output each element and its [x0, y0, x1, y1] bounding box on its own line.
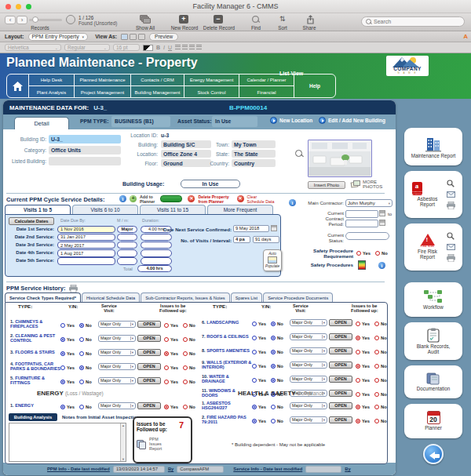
radio-no[interactable]: No [271, 322, 283, 326]
tab-more-frequent[interactable]: More Frequent [207, 205, 273, 214]
nav-calendar-planner[interactable]: Calendar / Planner [239, 74, 294, 86]
tab-visits-6-10[interactable]: Visits 6 to 10 [72, 205, 138, 214]
print-icon[interactable] [447, 254, 455, 262]
home-button[interactable] [7, 74, 29, 97]
show-all-button[interactable] [140, 15, 150, 24]
yes-radio-icon[interactable] [252, 405, 257, 409]
preview-button[interactable]: Preview [149, 33, 178, 41]
open-button[interactable]: OPEN [137, 349, 161, 356]
record-slider-thumb[interactable] [32, 16, 38, 23]
sort-button[interactable]: ⇅ [279, 15, 286, 23]
service-visit-select[interactable]: Major Only▾ [290, 319, 327, 326]
floor-field[interactable]: Ground [161, 159, 211, 167]
ppm-issues-report-button[interactable]: PPM Issues Report [137, 438, 188, 452]
bold-button[interactable]: B [156, 45, 160, 50]
radio-no[interactable]: No [374, 419, 387, 423]
radio-yes[interactable]: Yes [60, 337, 75, 342]
date-due-field[interactable]: 1 Aug 2017 [57, 249, 115, 257]
radio-yes[interactable]: Yes [164, 380, 178, 384]
open-button[interactable]: OPEN [137, 335, 161, 342]
yes-radio-icon[interactable] [60, 365, 65, 370]
issue-yes-radio-icon[interactable] [164, 405, 169, 409]
radio-no[interactable]: No [271, 405, 283, 409]
delete-from-planner-icon[interactable]: ✕ [188, 195, 195, 202]
town-field[interactable]: My Town [232, 140, 276, 148]
category-field[interactable]: Office Units [49, 146, 121, 154]
radio-no[interactable]: No [79, 351, 92, 356]
nav-building-management[interactable]: Building Management [131, 86, 184, 98]
window-controls[interactable] [5, 4, 31, 9]
service-visit-select[interactable]: Major Only▾ [290, 376, 327, 383]
radio-yes[interactable]: Yes [252, 405, 266, 409]
email-icon[interactable] [447, 244, 455, 250]
align-left-icon[interactable] [175, 45, 181, 50]
duration-field[interactable] [141, 257, 172, 265]
calendar-icon[interactable] [379, 220, 385, 226]
service-visit-select[interactable]: Major Only▾ [290, 333, 327, 340]
issue-no-radio-icon[interactable] [374, 350, 379, 354]
service-visit-select[interactable]: Major Only▾ [98, 377, 136, 384]
radio-yes[interactable]: Yes [356, 419, 370, 423]
tab-service-procedure-docs[interactable]: Service Procedure Documents [263, 293, 333, 302]
italic-button[interactable]: I [163, 45, 165, 50]
no-radio-icon[interactable] [79, 365, 84, 370]
no-radio-icon[interactable] [79, 380, 84, 384]
service-visit-select[interactable]: Major Only▾ [98, 321, 136, 328]
tab-service-check-types[interactable]: Service Check Types Required* [5, 293, 81, 302]
issue-no-radio-icon[interactable] [183, 337, 188, 342]
service-visit-select[interactable]: Major Only▾ [290, 347, 327, 354]
main-contractor-select[interactable]: John Murphy▾ [345, 199, 392, 207]
view-list-icon[interactable] [130, 34, 137, 40]
layout-select[interactable]: PPM Entry Property▾ [28, 33, 89, 41]
workflow-button[interactable]: Workflow [404, 282, 462, 317]
find-button[interactable] [253, 15, 258, 22]
nav-contacts-crm[interactable]: Contacts / CRM [131, 74, 184, 86]
radio-no[interactable]: No [374, 378, 387, 383]
share-button[interactable] [306, 15, 315, 24]
close-window-icon[interactable] [5, 4, 11, 9]
radio-no[interactable]: No [183, 380, 195, 384]
country-field[interactable]: Country [232, 159, 276, 167]
yes-radio-icon[interactable] [252, 336, 257, 340]
notes-scrollbar[interactable]: ▲▼ [120, 423, 126, 461]
radio-yes[interactable]: Yes [356, 322, 370, 326]
radio-no[interactable]: No [374, 322, 387, 326]
issue-yes-radio-icon[interactable] [356, 419, 360, 423]
tab-detail[interactable]: Detail [14, 117, 69, 129]
next-service-date-field[interactable]: 9 May 2018 [233, 225, 269, 233]
open-button[interactable]: OPEN [329, 402, 352, 409]
new-record-button[interactable]: + [179, 15, 188, 24]
add-to-planner-label[interactable]: Add to Planner [140, 195, 155, 204]
fire-risk-report-button[interactable]: FIRE RISK Fire Risk Report [404, 223, 462, 271]
tab-subcontractor-reports[interactable]: Sub-Contractor Reports, Issues & Notes [141, 293, 229, 302]
open-button[interactable]: OPEN [329, 376, 352, 383]
issue-yes-radio-icon[interactable] [164, 351, 169, 356]
no-radio-icon[interactable] [271, 378, 276, 383]
radio-no[interactable]: No [374, 364, 387, 369]
minimize-window-icon[interactable] [16, 4, 21, 9]
radio-yes[interactable]: Yes [164, 405, 178, 409]
listed-building-field[interactable] [49, 157, 121, 165]
delete-record-button[interactable]: − [214, 15, 223, 24]
radio-yes[interactable]: Yes [356, 378, 370, 383]
radio-no[interactable]: No [183, 405, 195, 409]
service-visit-select[interactable]: Major Only▾ [290, 416, 327, 423]
radio-yes[interactable]: Yes [60, 405, 75, 409]
print-icon[interactable] [447, 202, 455, 209]
yes-radio-icon[interactable] [252, 364, 257, 369]
next-record-button[interactable]: › [16, 16, 27, 24]
issue-no-radio-icon[interactable] [374, 336, 379, 340]
no-radio-icon[interactable] [271, 364, 276, 369]
major-minor-field[interactable] [117, 249, 137, 257]
contract-start-field[interactable] [345, 210, 378, 218]
open-button[interactable]: OPEN [329, 333, 352, 340]
yes-radio-icon[interactable] [252, 378, 257, 383]
open-button[interactable]: OPEN [329, 347, 352, 354]
radio-yes[interactable]: Yes [164, 337, 178, 342]
nav-financial[interactable]: Financial [239, 86, 294, 98]
radio-yes[interactable]: Yes [356, 392, 370, 397]
radio-yes[interactable]: Yes [356, 364, 370, 369]
search-icon[interactable] [447, 180, 455, 187]
no-radio-icon[interactable] [79, 323, 84, 328]
issue-yes-radio-icon[interactable] [356, 336, 360, 340]
